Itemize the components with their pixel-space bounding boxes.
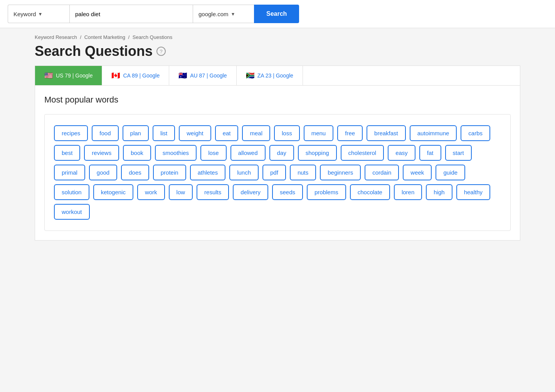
engine-dropdown-chevron: ▾ bbox=[232, 11, 249, 17]
word-tag-ketogenic[interactable]: ketogenic bbox=[93, 184, 133, 200]
country-tabs: 🇺🇸US 79 | Google🇨🇦CA 89 | Google🇦🇺AU 87 … bbox=[35, 66, 520, 86]
word-tag-weight[interactable]: weight bbox=[179, 125, 211, 141]
breadcrumb: Keyword Research / Content Marketing / S… bbox=[35, 28, 520, 42]
word-tag-low[interactable]: low bbox=[169, 184, 193, 200]
word-tag-solution[interactable]: solution bbox=[54, 184, 89, 200]
tab-us[interactable]: 🇺🇸US 79 | Google bbox=[35, 66, 102, 85]
word-tag-reviews[interactable]: reviews bbox=[84, 145, 119, 161]
word-tag-workout[interactable]: workout bbox=[54, 204, 90, 220]
word-tag-eat[interactable]: eat bbox=[215, 125, 239, 141]
word-tag-start[interactable]: start bbox=[445, 145, 472, 161]
search-button[interactable]: Search bbox=[254, 5, 299, 23]
word-tag-beginners[interactable]: beginners bbox=[320, 165, 361, 180]
word-tag-loss[interactable]: loss bbox=[274, 125, 300, 141]
word-tag-book[interactable]: book bbox=[123, 145, 151, 161]
engine-dropdown-label: google.com bbox=[198, 11, 229, 17]
keyword-dropdown-chevron: ▾ bbox=[39, 11, 64, 17]
word-tag-loren[interactable]: loren bbox=[394, 184, 422, 200]
keyword-dropdown-label: Keyword bbox=[13, 11, 39, 17]
breadcrumb-keyword-research[interactable]: Keyword Research bbox=[35, 34, 77, 40]
word-tag-work[interactable]: work bbox=[137, 184, 165, 200]
word-tag-lose[interactable]: lose bbox=[200, 145, 227, 161]
word-tag-list[interactable]: list bbox=[153, 125, 175, 141]
page-title: Search Questions bbox=[35, 43, 153, 59]
flag-au: 🇦🇺 bbox=[178, 71, 187, 80]
word-tag-easy[interactable]: easy bbox=[388, 145, 415, 161]
flag-ca: 🇨🇦 bbox=[111, 71, 120, 80]
word-tag-seeds[interactable]: seeds bbox=[272, 184, 303, 200]
word-tag-problems[interactable]: problems bbox=[307, 184, 346, 200]
word-tag-recipes[interactable]: recipes bbox=[54, 125, 88, 141]
tab-au[interactable]: 🇦🇺AU 87 | Google bbox=[169, 66, 236, 85]
word-tag-primal[interactable]: primal bbox=[54, 165, 85, 180]
word-tag-high[interactable]: high bbox=[426, 184, 452, 200]
tab-label-za: ZA 23 | Google bbox=[257, 72, 293, 79]
word-tag-results[interactable]: results bbox=[197, 184, 229, 200]
tab-label-au: AU 87 | Google bbox=[190, 72, 227, 79]
word-tag-pdf[interactable]: pdf bbox=[262, 165, 286, 180]
search-input[interactable] bbox=[69, 5, 193, 23]
tab-ca[interactable]: 🇨🇦CA 89 | Google bbox=[102, 66, 169, 85]
word-tag-autoimmune[interactable]: autoimmune bbox=[410, 125, 457, 141]
flag-za: 🇿🇦 bbox=[246, 71, 254, 80]
word-tag-plan[interactable]: plan bbox=[123, 125, 149, 141]
section-title: Most popular words bbox=[44, 95, 511, 105]
word-tag-guide[interactable]: guide bbox=[436, 165, 465, 180]
keyword-dropdown[interactable]: Keyword ▾ bbox=[8, 5, 69, 23]
page-title-section: Search Questions ? bbox=[35, 43, 520, 59]
flag-us: 🇺🇸 bbox=[44, 71, 53, 80]
word-tag-does[interactable]: does bbox=[121, 165, 149, 180]
word-tag-day[interactable]: day bbox=[269, 145, 294, 161]
word-tag-chocolate[interactable]: chocolate bbox=[350, 184, 390, 200]
word-tag-food[interactable]: food bbox=[92, 125, 118, 141]
help-icon[interactable]: ? bbox=[156, 47, 166, 56]
word-tag-healthy[interactable]: healthy bbox=[456, 184, 490, 200]
content-card: Most popular words recipesfoodplanlistwe… bbox=[35, 86, 520, 241]
breadcrumb-search-questions[interactable]: Search Questions bbox=[133, 34, 172, 40]
word-tag-nuts[interactable]: nuts bbox=[290, 165, 316, 180]
words-grid: recipesfoodplanlistweighteatmeallossmenu… bbox=[54, 125, 501, 220]
word-tag-athletes[interactable]: athletes bbox=[190, 165, 226, 180]
word-tag-cholesterol[interactable]: cholesterol bbox=[341, 145, 384, 161]
word-tag-allowed[interactable]: allowed bbox=[230, 145, 266, 161]
word-tag-cordain[interactable]: cordain bbox=[365, 165, 399, 180]
engine-dropdown[interactable]: google.com ▾ bbox=[193, 5, 254, 23]
word-tag-delivery[interactable]: delivery bbox=[233, 184, 268, 200]
word-tag-lunch[interactable]: lunch bbox=[229, 165, 259, 180]
word-tag-fat[interactable]: fat bbox=[419, 145, 441, 161]
word-tag-menu[interactable]: menu bbox=[304, 125, 334, 141]
word-tag-breakfast[interactable]: breakfast bbox=[367, 125, 406, 141]
main-content: Keyword Research / Content Marketing / S… bbox=[27, 28, 528, 241]
word-tag-smoothies[interactable]: smoothies bbox=[155, 145, 197, 161]
word-tag-shopping[interactable]: shopping bbox=[298, 145, 337, 161]
word-tag-meal[interactable]: meal bbox=[242, 125, 270, 141]
word-tag-best[interactable]: best bbox=[54, 145, 80, 161]
word-tag-protein[interactable]: protein bbox=[153, 165, 186, 180]
tab-za[interactable]: 🇿🇦ZA 23 | Google bbox=[237, 66, 303, 85]
search-bar: Keyword ▾ google.com ▾ Search bbox=[0, 0, 555, 28]
word-tag-carbs[interactable]: carbs bbox=[461, 125, 490, 141]
word-tag-week[interactable]: week bbox=[403, 165, 432, 180]
tab-label-ca: CA 89 | Google bbox=[123, 72, 160, 79]
word-tag-good[interactable]: good bbox=[89, 165, 117, 180]
words-section: recipesfoodplanlistweighteatmeallossmenu… bbox=[44, 114, 511, 231]
breadcrumb-content-marketing[interactable]: Content Marketing bbox=[84, 34, 125, 40]
word-tag-free[interactable]: free bbox=[337, 125, 363, 141]
tab-label-us: US 79 | Google bbox=[56, 72, 92, 79]
